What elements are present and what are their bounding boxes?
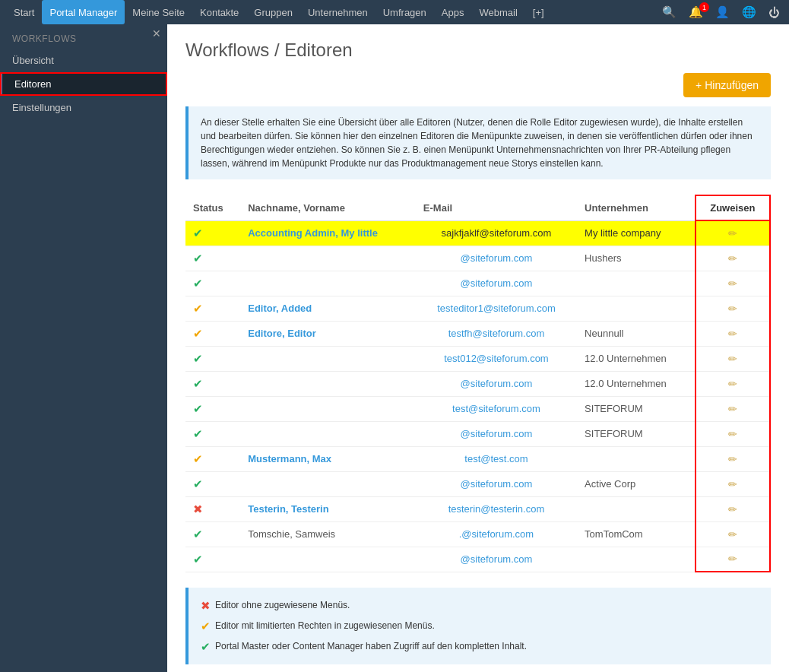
email-cell[interactable]: test@siteforum.com xyxy=(416,396,577,421)
email-cell[interactable]: .@siteforum.com xyxy=(416,521,577,547)
zuweisen-cell[interactable]: ✏ xyxy=(696,421,770,446)
edit-icon[interactable]: ✏ xyxy=(728,528,737,540)
status-icon: ✔ xyxy=(193,477,203,490)
edit-icon[interactable]: ✏ xyxy=(728,403,737,415)
zuweisen-cell[interactable]: ✏ xyxy=(696,271,770,296)
email-cell[interactable]: @siteforum.com xyxy=(416,421,577,446)
zuweisen-cell[interactable]: ✏ xyxy=(696,246,770,271)
email-cell[interactable]: sajkfjaklf@siteforum.com xyxy=(416,220,577,246)
company-cell: Hushers xyxy=(577,246,696,271)
user-icon[interactable]: 👤 xyxy=(712,2,733,22)
col-header-status: Status xyxy=(185,195,240,220)
legend-box: ✖ Editor ohne zugewiesene Menüs. ✔ Edito… xyxy=(185,588,771,664)
edit-icon[interactable]: ✏ xyxy=(728,378,737,390)
col-header-zuweisen: Zuweisen xyxy=(696,195,770,220)
company-cell xyxy=(577,496,696,521)
name-cell[interactable]: Testerin, Testerin xyxy=(240,496,416,521)
nav-plus[interactable]: [+] xyxy=(525,0,552,24)
table-row: ✔Editore, Editortestfh@siteforum.comNeun… xyxy=(185,321,770,346)
name-cell[interactable]: Mustermann, Max xyxy=(240,446,416,471)
add-button[interactable]: + Hinzufügen xyxy=(683,73,771,97)
status-icon: ✔ xyxy=(193,377,203,390)
status-icon: ✔ xyxy=(193,252,203,265)
nav-kontakte[interactable]: Kontakte xyxy=(192,0,246,24)
sidebar-item-editoren[interactable]: Editoren xyxy=(0,72,167,96)
table-row: ✔@siteforum.comHushers✏ xyxy=(185,246,770,271)
nav-unternehmen[interactable]: Unternehmen xyxy=(300,0,375,24)
zuweisen-cell[interactable]: ✏ xyxy=(696,547,770,572)
edit-icon[interactable]: ✏ xyxy=(728,252,737,265)
notification-badge: 1 xyxy=(699,2,709,12)
top-nav-icons: 🔍 🔔 1 👤 🌐 ⏻ xyxy=(659,2,783,22)
status-cell: ✔ xyxy=(185,547,240,572)
name-cell xyxy=(240,421,416,446)
status-cell: ✔ xyxy=(185,521,240,547)
nav-start[interactable]: Start xyxy=(6,0,42,24)
company-cell: Active Corp xyxy=(577,471,696,496)
name-cell[interactable]: Editore, Editor xyxy=(240,321,416,346)
edit-icon[interactable]: ✏ xyxy=(728,553,737,565)
zuweisen-cell[interactable]: ✏ xyxy=(696,220,770,246)
zuweisen-cell[interactable]: ✏ xyxy=(696,321,770,346)
nav-portal-manager[interactable]: Portal Manager xyxy=(42,0,125,24)
email-cell[interactable]: testerin@testerin.com xyxy=(416,496,577,521)
edit-icon[interactable]: ✏ xyxy=(728,227,737,239)
name-cell[interactable]: Editor, Added xyxy=(240,296,416,321)
zuweisen-cell[interactable]: ✏ xyxy=(696,521,770,547)
edit-icon[interactable]: ✏ xyxy=(728,503,737,515)
email-cell[interactable]: @siteforum.com xyxy=(416,371,577,396)
nav-umfragen[interactable]: Umfragen xyxy=(375,0,434,24)
main-layout: ✕ Workflows Übersicht Editoren Einstellu… xyxy=(0,24,789,672)
edit-icon[interactable]: ✏ xyxy=(728,328,737,340)
nav-webmail[interactable]: Webmail xyxy=(471,0,524,24)
nav-apps[interactable]: Apps xyxy=(434,0,472,24)
table-row: ✔@siteforum.com✏ xyxy=(185,271,770,296)
sidebar-item-einstellungen[interactable]: Einstellungen xyxy=(0,96,167,119)
zuweisen-cell[interactable]: ✏ xyxy=(696,346,770,371)
info-box: An dieser Stelle erhalten Sie eine Übers… xyxy=(185,106,771,179)
info-text: An dieser Stelle erhalten Sie eine Übers… xyxy=(201,117,753,169)
status-cell: ✔ xyxy=(185,446,240,471)
zuweisen-cell[interactable]: ✏ xyxy=(696,371,770,396)
edit-icon[interactable]: ✏ xyxy=(728,478,737,490)
legend-item-2: ✔ Editor mit limitierten Rechten in zuge… xyxy=(201,616,759,636)
email-cell[interactable]: @siteforum.com xyxy=(416,246,577,271)
email-cell[interactable]: test012@siteforum.com xyxy=(416,346,577,371)
name-cell: Tomschie, Samweis xyxy=(240,521,416,547)
zuweisen-cell[interactable]: ✏ xyxy=(696,296,770,321)
email-cell[interactable]: testfh@siteforum.com xyxy=(416,321,577,346)
email-cell[interactable]: @siteforum.com xyxy=(416,471,577,496)
nav-gruppen[interactable]: Gruppen xyxy=(246,0,300,24)
search-icon[interactable]: 🔍 xyxy=(659,2,680,22)
zuweisen-cell[interactable]: ✏ xyxy=(696,471,770,496)
edit-icon[interactable]: ✏ xyxy=(728,277,737,290)
edit-icon[interactable]: ✏ xyxy=(728,428,737,440)
status-cell: ✔ xyxy=(185,271,240,296)
email-cell[interactable]: @siteforum.com xyxy=(416,271,577,296)
edit-icon[interactable]: ✏ xyxy=(728,303,737,315)
col-header-email: E-Mail xyxy=(416,195,577,220)
zuweisen-cell[interactable]: ✏ xyxy=(696,396,770,421)
table-row: ✔test@siteforum.comSITEFORUM✏ xyxy=(185,396,770,421)
nav-meine-seite[interactable]: Meine Seite xyxy=(125,0,192,24)
edit-icon[interactable]: ✏ xyxy=(728,353,737,365)
globe-icon[interactable]: 🌐 xyxy=(739,2,759,22)
zuweisen-cell[interactable]: ✏ xyxy=(696,496,770,521)
status-cell: ✔ xyxy=(185,371,240,396)
power-icon[interactable]: ⏻ xyxy=(765,3,783,22)
name-cell[interactable]: Accounting Admin, My little xyxy=(240,220,416,246)
name-cell xyxy=(240,346,416,371)
email-cell[interactable]: @siteforum.com xyxy=(416,547,577,572)
email-cell[interactable]: testeditor1@siteforum.com xyxy=(416,296,577,321)
sidebar-item-uebersicht[interactable]: Übersicht xyxy=(0,49,167,72)
name-cell xyxy=(240,271,416,296)
edit-icon[interactable]: ✏ xyxy=(728,453,737,465)
zuweisen-cell[interactable]: ✏ xyxy=(696,446,770,471)
table-row: ✔Accounting Admin, My littlesajkfjaklf@s… xyxy=(185,220,770,246)
table-row: ✔Mustermann, Maxtest@test.com✏ xyxy=(185,446,770,471)
email-cell[interactable]: test@test.com xyxy=(416,446,577,471)
editors-table: Status Nachname, Vorname E-Mail Unterneh… xyxy=(185,195,771,572)
company-cell: TomTomCom xyxy=(577,521,696,547)
sidebar-close-button[interactable]: ✕ xyxy=(152,27,161,40)
legend-red-icon: ✖ xyxy=(201,595,211,616)
